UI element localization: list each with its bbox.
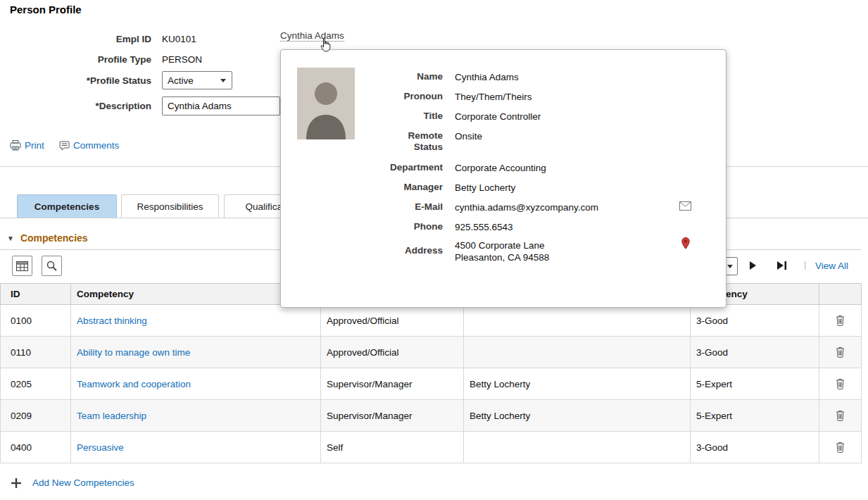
comments-link-label: Comments [73, 140, 119, 151]
popup-address-label: Address [348, 245, 443, 256]
send-email-button[interactable] [679, 201, 691, 211]
person-popup-card: Name Cynthia Adams Pronoun They/Them/The… [280, 49, 727, 308]
avatar [297, 68, 355, 139]
next-arrow-icon [748, 263, 757, 273]
trash-icon [836, 444, 845, 455]
cell-evaluation-type: Approved/Official [321, 305, 464, 337]
grid-search-button[interactable] [42, 256, 62, 276]
grid-personalize-button[interactable] [12, 256, 32, 276]
chevron-down-icon [220, 79, 226, 82]
last-page-button[interactable] [776, 260, 788, 271]
last-arrow-icon [776, 263, 788, 273]
table-row: 0205 Teamwork and cooperation Supervisor… [1, 368, 862, 400]
print-link-label: Print [25, 140, 44, 151]
cell-evaluator: Betty Locherty [464, 400, 691, 432]
popup-name-value: Cynthia Adams [455, 71, 519, 83]
popup-pronoun-label: Pronoun [348, 91, 443, 102]
table-row: 0110 Ability to manage own time Approved… [1, 337, 862, 368]
description-label: *Description [28, 101, 151, 111]
popup-phone-label: Phone [348, 221, 443, 232]
profile-status-selected-value: Active [168, 75, 194, 86]
description-input[interactable] [162, 96, 280, 115]
competency-link[interactable]: Teamwork and cooperation [77, 379, 191, 389]
view-all-link[interactable]: View All [815, 261, 848, 271]
email-icon [679, 202, 691, 213]
cell-id: 0205 [1, 368, 71, 400]
plus-icon[interactable] [11, 478, 21, 488]
printer-icon [10, 140, 21, 151]
popup-manager-value: Betty Locherty [455, 182, 515, 194]
table-row: 0100 Abstract thinking Approved/Official… [1, 305, 862, 337]
add-new-competencies-row: Add New Competencies [11, 477, 134, 488]
delete-row-button[interactable] [834, 377, 846, 391]
map-pin-icon [681, 241, 690, 251]
cell-evaluation-type: Self [321, 432, 464, 463]
cell-evaluator [464, 337, 691, 368]
popup-email-value: cynthia.adams@xyzcompany.com [455, 201, 598, 213]
cell-proficiency: 3-Good [691, 305, 819, 337]
competencies-table: ID Competency Proficiency 0100 Abstract … [0, 283, 862, 463]
competency-link[interactable]: Team leadership [77, 411, 146, 421]
popup-email-label: E-Mail [348, 201, 443, 213]
popup-remote-status-label: Remote Status [401, 130, 443, 153]
popup-manager-label: Manager [348, 182, 443, 193]
popup-pronoun-value: They/Them/Theirs [455, 91, 532, 103]
chevron-down-icon [727, 265, 733, 268]
popup-department-value: Corporate Accounting [455, 162, 546, 174]
collapse-triangle-icon: ▼ [7, 235, 14, 242]
cell-id: 0110 [1, 337, 71, 368]
person-photo [297, 68, 355, 139]
popup-name-label: Name [348, 71, 443, 82]
competencies-section-title: Competencies [20, 232, 88, 244]
cursor-hand-icon [320, 37, 331, 54]
table-row: 0209 Team leadership Supervisor/Manager … [1, 400, 862, 432]
tab-responsibilities[interactable]: Responsibilities [121, 194, 219, 218]
pagination-separator: | [804, 259, 807, 270]
cell-proficiency: 5-Expert [691, 400, 819, 432]
cell-evaluator [464, 305, 691, 337]
profile-status-label: *Profile Status [28, 75, 151, 86]
next-page-button[interactable] [748, 260, 757, 271]
trash-icon [836, 349, 845, 360]
cell-proficiency: 3-Good [691, 432, 819, 463]
competency-link[interactable]: Persuasive [77, 442, 124, 453]
comment-bubble-icon [59, 141, 70, 151]
popup-address-value: 4500 Corporate Lane Pleasanton, CA 94588 [455, 239, 549, 263]
cell-id: 0100 [1, 305, 71, 337]
delete-row-button[interactable] [834, 313, 846, 327]
delete-row-button[interactable] [834, 345, 846, 359]
competency-link[interactable]: Ability to manage own time [77, 347, 190, 358]
popup-title-label: Title [348, 111, 443, 122]
print-link[interactable]: Print [10, 140, 44, 151]
cell-proficiency: 5-Expert [691, 368, 819, 400]
profile-type-label: Profile Type [28, 54, 151, 65]
cell-evaluator [464, 432, 691, 463]
profile-type-value: PERSON [162, 54, 202, 65]
tab-responsibilities-label: Responsibilities [137, 201, 203, 212]
delete-row-button[interactable] [834, 440, 846, 454]
profile-status-select[interactable]: Active [162, 71, 232, 89]
grid-icon [16, 261, 28, 271]
person-name-link[interactable]: Cynthia Adams [280, 30, 344, 42]
column-header-actions [819, 284, 862, 305]
add-new-competencies-link[interactable]: Add New Competencies [32, 477, 134, 488]
tab-competencies-label: Competencies [34, 201, 99, 212]
trash-icon [836, 381, 845, 392]
trash-icon [836, 413, 845, 423]
competency-link[interactable]: Abstract thinking [77, 315, 147, 326]
delete-row-button[interactable] [834, 408, 846, 423]
person-profile-page: Person Profile Empl ID KU0101 Profile Ty… [0, 0, 868, 500]
empl-id-value: KU0101 [162, 34, 196, 44]
popup-address-line2: Pleasanton, CA 94588 [455, 251, 549, 263]
competencies-section-header[interactable]: ▼ Competencies [7, 232, 88, 244]
search-icon [46, 261, 57, 271]
comments-link[interactable]: Comments [59, 140, 119, 151]
cell-id: 0209 [1, 400, 71, 432]
map-button[interactable] [681, 237, 690, 249]
popup-phone-value: 925.555.6543 [455, 221, 513, 233]
cell-id: 0400 [1, 432, 71, 463]
cell-evaluation-type: Approved/Official [321, 337, 464, 368]
tab-competencies[interactable]: Competencies [17, 194, 117, 218]
trash-icon [836, 318, 845, 328]
table-row: 0400 Persuasive Self 3-Good [1, 432, 862, 463]
